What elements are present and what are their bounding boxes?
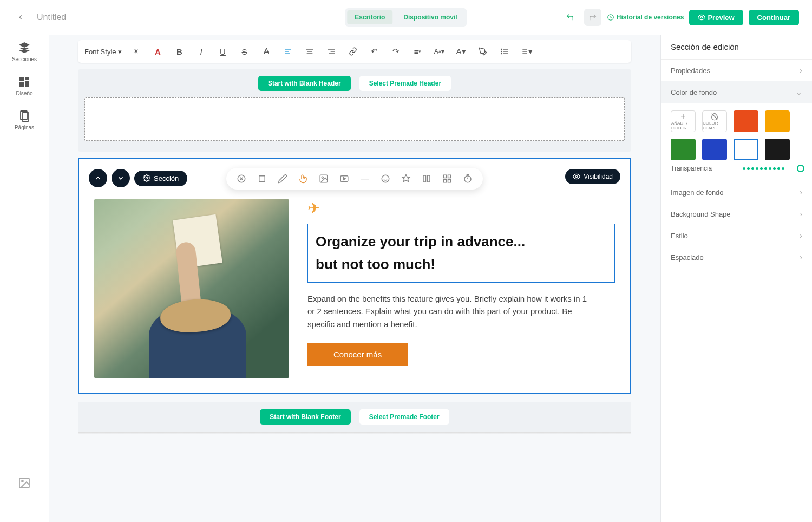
minus-button[interactable]: —	[358, 172, 371, 185]
layers-icon	[18, 41, 31, 54]
line-height-button[interactable]: ≡▾	[411, 44, 425, 58]
color-swatch-blue[interactable]	[702, 139, 727, 160]
select-premade-footer-button[interactable]: Select Premade Footer	[359, 409, 449, 425]
font-size-button[interactable]: AA▾	[433, 44, 447, 58]
redo-button[interactable]	[584, 9, 601, 26]
continue-button[interactable]: Continuar	[749, 10, 799, 25]
align-right-button[interactable]	[324, 44, 338, 58]
chevron-down-icon: ⌄	[796, 88, 802, 96]
droplet-off-icon	[710, 112, 719, 121]
pages-icon	[18, 109, 31, 122]
back-button[interactable]	[13, 10, 28, 25]
header-dropzone[interactable]	[84, 97, 625, 141]
section-settings-button[interactable]: Sección	[134, 171, 187, 186]
color-swatch-amber[interactable]	[765, 110, 790, 132]
video-button[interactable]	[338, 172, 351, 185]
props-properties-row[interactable]: Propiedades›	[661, 60, 812, 81]
start-blank-header-button[interactable]: Start with Blank Header	[258, 76, 351, 91]
emoji-button[interactable]	[379, 172, 392, 185]
clear-format-button[interactable]: A̶	[259, 44, 273, 58]
numbered-list-button[interactable]: ▾	[519, 44, 533, 58]
document-title[interactable]: Untitled	[37, 12, 66, 22]
version-history-link[interactable]: Historial de versiones	[607, 14, 684, 21]
italic-button[interactable]: I	[194, 44, 208, 58]
timer-button[interactable]	[461, 172, 474, 185]
preview-button[interactable]: Preview	[689, 10, 743, 25]
transparency-slider[interactable]	[743, 167, 802, 170]
add-color-swatch[interactable]: +AÑADIR COLOR	[671, 110, 696, 132]
move-down-button[interactable]	[112, 169, 130, 187]
columns-button[interactable]	[420, 172, 433, 185]
crop-button[interactable]	[256, 172, 269, 185]
svg-point-35	[322, 177, 323, 178]
color-swatch-green[interactable]	[671, 139, 696, 160]
underline-button[interactable]: U	[216, 44, 230, 58]
eye-icon	[573, 173, 580, 180]
link-button[interactable]	[346, 44, 360, 58]
svg-line-50	[712, 114, 718, 120]
chevron-right-icon: ›	[800, 210, 802, 218]
undo-text-button[interactable]: ↶	[368, 44, 382, 58]
footer-zone: Start with Blank Footer Select Premade F…	[78, 402, 631, 432]
props-bg-color-row[interactable]: Color de fondo⌄	[661, 81, 812, 103]
props-style-row[interactable]: Estilo›	[661, 225, 812, 246]
undo-button[interactable]	[561, 9, 579, 26]
font-color-icon[interactable]: A	[151, 44, 165, 58]
properties-panel: Sección de edición Propiedades› Color de…	[660, 35, 812, 522]
text-toolbar: Font Style ▾ ✴ A B I U S A̶	[78, 40, 631, 63]
highlight-button[interactable]	[476, 44, 490, 58]
bullet-list-button[interactable]	[497, 44, 512, 58]
tab-mobile[interactable]: Dispositivo móvil	[396, 10, 464, 24]
move-up-button[interactable]	[89, 169, 107, 187]
clear-color-swatch[interactable]: COLOR CLARO	[702, 110, 727, 132]
redo-text-button[interactable]: ↷	[389, 44, 403, 58]
image-button[interactable]	[317, 172, 330, 185]
edit-pencil-button[interactable]	[276, 172, 289, 185]
align-left-button[interactable]	[281, 44, 295, 58]
properties-panel-title: Sección de edición	[661, 35, 812, 60]
bold-button[interactable]: B	[173, 44, 187, 58]
svg-rect-2	[19, 77, 24, 81]
select-premade-header-button[interactable]: Select Premade Header	[359, 76, 451, 91]
font-style-select[interactable]: Font Style ▾	[84, 48, 122, 56]
color-swatch-orange[interactable]	[734, 110, 758, 132]
rail-sections[interactable]: Secciones	[12, 41, 37, 62]
body-text-block[interactable]: Expand on the benefits this feature give…	[307, 292, 589, 330]
svg-rect-5	[19, 82, 24, 87]
rail-image-placeholder[interactable]	[18, 477, 31, 490]
color-swatch-black[interactable]	[765, 139, 790, 160]
canvas-area: Font Style ▾ ✴ A B I U S A̶	[49, 35, 660, 522]
start-blank-footer-button[interactable]: Start with Blank Footer	[260, 409, 350, 425]
svg-point-28	[146, 177, 148, 179]
heading-text-block[interactable]: Organize your trip in advance...but not …	[307, 224, 615, 283]
image-icon	[18, 477, 31, 490]
props-bg-shape-row[interactable]: Background Shape›	[661, 203, 812, 225]
grid-button[interactable]	[441, 172, 454, 185]
svg-rect-45	[443, 180, 446, 182]
svg-rect-44	[448, 175, 451, 178]
chevron-right-icon: ›	[800, 66, 802, 75]
tab-desktop[interactable]: Escritorio	[347, 10, 392, 24]
align-center-button[interactable]	[303, 44, 317, 58]
strikethrough-button[interactable]: S	[238, 44, 252, 58]
selected-section[interactable]: Sección Visibilidad	[78, 158, 631, 394]
airplane-icon: ✈	[307, 199, 615, 217]
transparency-label: Transparencia	[671, 165, 712, 172]
rail-pages[interactable]: Páginas	[15, 109, 34, 130]
svg-rect-42	[428, 175, 430, 182]
text-transform-button[interactable]: A▾	[454, 44, 468, 58]
element-toolbar: —	[226, 168, 483, 190]
props-spacing-row[interactable]: Espaciado›	[661, 246, 812, 268]
close-element-button[interactable]	[235, 172, 248, 185]
svg-rect-46	[448, 180, 451, 182]
pin-button[interactable]	[400, 172, 412, 185]
tap-icon[interactable]	[297, 172, 310, 185]
chevron-right-icon: ›	[800, 253, 802, 262]
section-image[interactable]	[94, 199, 289, 378]
visibility-button[interactable]: Visibilidad	[565, 169, 620, 184]
cta-button[interactable]: Conocer más	[307, 343, 408, 366]
rail-design[interactable]: Diseño	[16, 75, 32, 96]
font-family-icon[interactable]: ✴	[129, 44, 143, 58]
props-bg-image-row[interactable]: Imagen de fondo›	[661, 181, 812, 203]
color-swatch-white[interactable]	[734, 139, 758, 160]
